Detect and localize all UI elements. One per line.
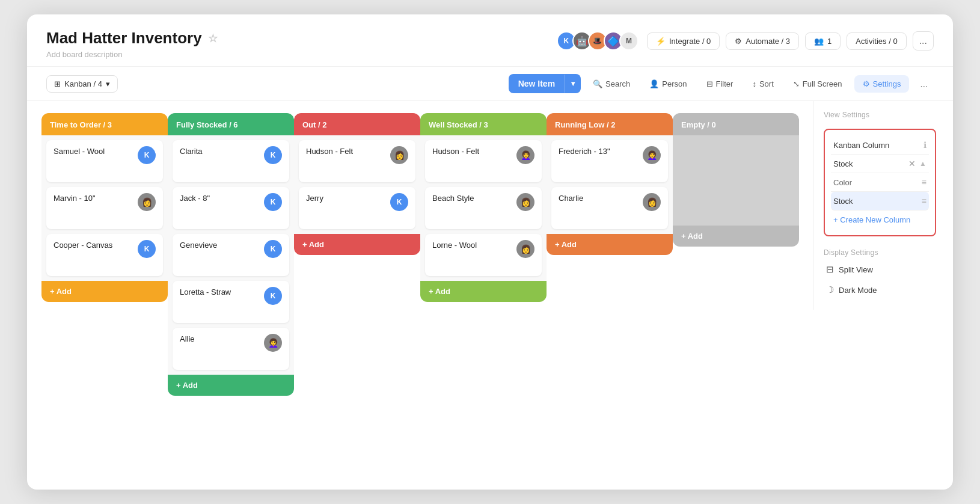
fullscreen-button[interactable]: ⤡ Full Screen <box>786 75 850 93</box>
color-row[interactable]: Color ≡ <box>831 173 929 192</box>
split-view-icon: ⊟ <box>826 264 834 275</box>
avatar: K <box>138 240 156 258</box>
stock-chevron-icon: ▲ <box>919 159 926 168</box>
card-name: Cooper - Canvas <box>54 240 112 251</box>
dark-mode-icon: ☽ <box>826 284 834 295</box>
toolbar: ⊞ Kanban / 4 ▾ New Item ▾ 🔍 Search 👤 Per… <box>27 67 953 101</box>
card-name: Allie <box>180 334 195 345</box>
col-add-out[interactable]: + Add <box>294 234 420 255</box>
table-row[interactable]: Jack - 8"K <box>173 187 289 229</box>
col-add-well-stocked[interactable]: + Add <box>420 281 547 302</box>
table-row[interactable]: Lorne - Wool👩 <box>425 234 542 276</box>
table-row[interactable]: JerryK <box>299 187 415 229</box>
card-name: Hudson - Felt <box>432 146 479 157</box>
col-header-out: Out / 2 <box>294 113 420 135</box>
kanban-column-row[interactable]: Kanban Column ℹ <box>831 136 929 155</box>
view-settings-title: View Settings <box>824 111 936 119</box>
person-button[interactable]: 👤 Person <box>642 75 694 93</box>
star-icon[interactable]: ☆ <box>208 32 218 45</box>
view-selector[interactable]: ⊞ Kanban / 4 ▾ <box>46 75 118 93</box>
avatar: K <box>264 146 282 164</box>
table-row[interactable]: ClaritaK <box>173 140 289 182</box>
table-row[interactable]: Cooper - CanvasK <box>46 234 163 276</box>
kanban-col-time-to-order: Time to Order / 3Samuel - WoolKMarvin - … <box>41 113 168 302</box>
col-add-empty[interactable]: + Add <box>673 226 799 247</box>
split-view-button[interactable]: ⊟ Split View <box>824 259 936 280</box>
table-row[interactable]: Charlie👩 <box>551 187 668 229</box>
filter-button[interactable]: ⊟ Filter <box>699 75 741 93</box>
display-settings: Display Settings ⊟ Split View ☽ Dark Mod… <box>824 248 936 300</box>
card-name: Jack - 8" <box>180 193 210 204</box>
settings-panel: View Settings Kanban Column ℹ Stock ✕ ▲ … <box>813 101 946 310</box>
col-add-time-to-order[interactable]: + Add <box>41 281 168 302</box>
avatar: 👩 <box>516 193 534 211</box>
header-right: K 🤖 🎩 🔷 M ⚡ Integrate / 0 ⚙ Automate / 3… <box>557 31 934 51</box>
table-row[interactable]: GenevieveK <box>173 234 289 276</box>
avatar: 👩‍🦱 <box>643 146 661 164</box>
fullscreen-icon: ⤡ <box>793 79 800 88</box>
card-name: Samuel - Wool <box>54 146 105 157</box>
board-area: Time to Order / 3Samuel - WoolKMarvin - … <box>27 101 813 408</box>
kanban-col-well-stocked: Well Stocked / 3Hudson - Felt👩‍🦱Beach St… <box>420 113 547 302</box>
integrate-button[interactable]: ⚡ Integrate / 0 <box>647 32 720 50</box>
avatar-group: K 🤖 🎩 🔷 M <box>557 31 639 51</box>
avatar: 👩 <box>390 146 408 164</box>
avatar: 👩 <box>138 193 156 211</box>
table-row[interactable]: Hudson - Felt👩 <box>299 140 415 182</box>
stock-row[interactable]: Stock ✕ ▲ <box>831 155 929 173</box>
card-name: Jerry <box>306 193 323 204</box>
color-menu-icon[interactable]: ≡ <box>922 177 926 187</box>
header-more-button[interactable]: ... <box>913 31 934 51</box>
stock2-menu-icon[interactable]: ≡ <box>922 196 926 206</box>
col-add-running-low[interactable]: + Add <box>547 234 673 255</box>
col-header-empty: Empty / 0 <box>673 113 799 135</box>
table-row[interactable]: Samuel - WoolK <box>46 140 163 182</box>
table-row[interactable]: Hudson - Felt👩‍🦱 <box>425 140 542 182</box>
activities-button[interactable]: Activities / 0 <box>847 32 906 50</box>
create-new-column-button[interactable]: + Create New Column <box>831 211 929 229</box>
sort-icon: ↕ <box>752 79 756 88</box>
toolbar-more-button[interactable]: ... <box>914 75 934 93</box>
card-name: Lorne - Wool <box>432 240 477 251</box>
members-button[interactable]: 👥 1 <box>805 32 841 50</box>
kanban-col-running-low: Running Low / 2Frederich - 13"👩‍🦱Charlie… <box>547 113 673 255</box>
col-body-out: Hudson - Felt👩JerryK <box>294 135 420 234</box>
col-body-empty <box>673 135 799 226</box>
kanban-col-settings-box: Kanban Column ℹ Stock ✕ ▲ Color ≡ Stock <box>824 129 936 236</box>
filter-icon: ⊟ <box>706 79 713 88</box>
avatar: K <box>138 146 156 164</box>
dark-mode-button[interactable]: ☽ Dark Mode <box>824 280 936 300</box>
stock2-row[interactable]: Stock ≡ <box>831 192 929 211</box>
person-icon: 👤 <box>649 79 659 88</box>
stock-remove-icon[interactable]: ✕ <box>908 159 916 168</box>
col-body-running-low: Frederich - 13"👩‍🦱Charlie👩 <box>547 135 673 234</box>
avatar: K <box>264 240 282 258</box>
board-description[interactable]: Add board description <box>46 50 218 59</box>
table-row[interactable]: Marvin - 10"👩 <box>46 187 163 229</box>
table-row[interactable]: Beach Style👩 <box>425 187 542 229</box>
kanban-col-out: Out / 2Hudson - Felt👩JerryK+ Add <box>294 113 420 255</box>
table-row[interactable]: Allie👩‍🦱 <box>173 328 289 370</box>
card-name: Hudson - Felt <box>306 146 353 157</box>
avatar: 👩‍🦱 <box>264 334 282 352</box>
avatar-m[interactable]: M <box>619 31 639 51</box>
col-body-fully-stocked: ClaritaKJack - 8"KGenevieveKLoretta - St… <box>168 135 294 375</box>
table-row[interactable]: Frederich - 13"👩‍🦱 <box>551 140 668 182</box>
kanban-icon: ⊞ <box>54 79 61 88</box>
table-row[interactable]: Loretta - StrawK <box>173 281 289 323</box>
card-name: Beach Style <box>432 193 474 204</box>
col-header-fully-stocked: Fully Stocked / 6 <box>168 113 294 135</box>
sort-button[interactable]: ↕ Sort <box>745 75 780 93</box>
card-name: Loretta - Straw <box>180 287 231 298</box>
search-button[interactable]: 🔍 Search <box>586 75 637 93</box>
header-left: Mad Hatter Inventory ☆ Add board descrip… <box>46 29 218 59</box>
automate-button[interactable]: ⚙ Automate / 3 <box>726 32 799 50</box>
settings-button[interactable]: ⚙ Settings <box>854 75 910 93</box>
new-item-button[interactable]: New Item ▾ <box>509 74 581 93</box>
board-title: Mad Hatter Inventory <box>46 29 202 48</box>
col-add-fully-stocked[interactable]: + Add <box>168 375 294 396</box>
app-window: Mad Hatter Inventory ☆ Add board descrip… <box>27 14 953 490</box>
avatar: 👩 <box>643 193 661 211</box>
new-item-dropdown-arrow[interactable]: ▾ <box>565 75 581 93</box>
search-icon: 🔍 <box>593 79 602 88</box>
